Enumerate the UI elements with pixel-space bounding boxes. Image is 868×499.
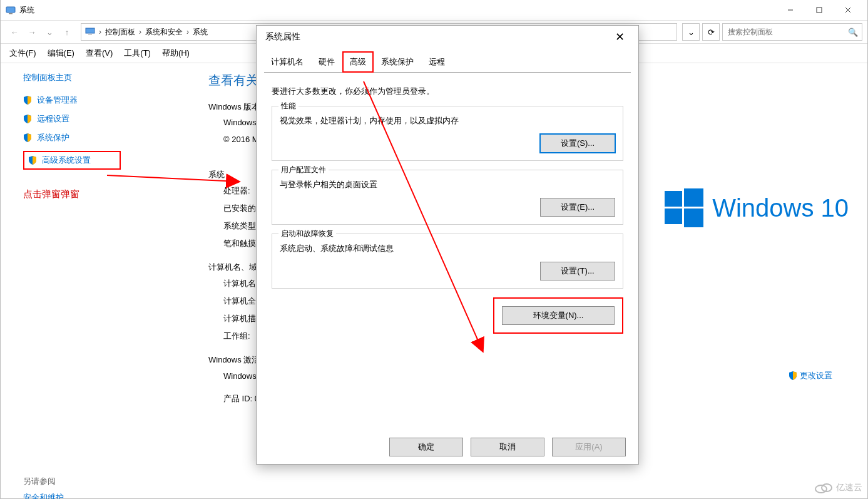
startup-recovery-group: 启动和故障恢复 系统启动、系统故障和调试信息 设置(T)... xyxy=(272,234,623,289)
sidebar-system-protection[interactable]: 系统保护 xyxy=(23,132,186,143)
recent-dropdown[interactable]: ⌄ xyxy=(41,23,58,41)
system-icon xyxy=(6,5,16,15)
apply-button[interactable]: 应用(A) xyxy=(552,438,626,456)
env-var-highlight: 环境变量(N)... xyxy=(493,297,623,334)
breadcrumb-item[interactable]: 控制面板 xyxy=(105,27,135,38)
windows-logo-icon xyxy=(665,188,703,227)
chevron-right-icon: › xyxy=(139,28,141,36)
svg-rect-0 xyxy=(6,7,15,13)
change-settings-link[interactable]: 更改设置 xyxy=(789,370,849,381)
minimize-button[interactable] xyxy=(776,0,805,20)
shield-icon xyxy=(23,133,32,142)
sidebar-advanced-settings[interactable]: 高级系统设置 xyxy=(23,151,121,170)
tab-system-protection[interactable]: 系统保护 xyxy=(374,52,421,72)
shield-icon xyxy=(28,156,37,165)
search-box[interactable]: 🔍 xyxy=(722,23,862,41)
sidebar-item-label: 高级系统设置 xyxy=(42,155,91,166)
pc-icon xyxy=(85,28,95,37)
shield-icon xyxy=(789,371,797,380)
sidebar-item-label: 系统保护 xyxy=(37,132,69,143)
refresh-button[interactable]: ⟳ xyxy=(702,23,720,41)
dialog-title: 系统属性 xyxy=(265,31,300,43)
tab-remote[interactable]: 远程 xyxy=(422,52,452,72)
watermark: 亿速云 xyxy=(815,482,862,493)
windows-logo: Windows 10 xyxy=(665,188,849,227)
ok-button[interactable]: 确定 xyxy=(389,438,463,456)
menu-help[interactable]: 帮助(H) xyxy=(162,48,190,59)
annotation-click-popup: 点击弹窗弹窗 xyxy=(23,188,186,200)
menu-edit[interactable]: 编辑(E) xyxy=(48,48,74,59)
shield-icon xyxy=(23,115,32,123)
menu-view[interactable]: 查看(V) xyxy=(86,48,113,59)
dialog-tabs: 计算机名 硬件 高级 系统保护 远程 xyxy=(257,52,638,72)
cancel-button[interactable]: 取消 xyxy=(471,438,544,456)
sidebar-remote-settings[interactable]: 远程设置 xyxy=(23,113,186,125)
titlebar: 系统 xyxy=(1,0,867,21)
close-button[interactable] xyxy=(834,0,862,20)
dialog-titlebar: 系统属性 ✕ xyxy=(257,26,638,48)
address-dropdown[interactable]: ⌄ xyxy=(682,23,700,41)
profile-settings-button[interactable]: 设置(E)... xyxy=(540,198,615,217)
breadcrumb-item[interactable]: 系统 xyxy=(193,27,208,38)
tab-hardware[interactable]: 硬件 xyxy=(312,52,342,72)
profile-legend: 用户配置文件 xyxy=(278,165,329,175)
system-properties-dialog: 系统属性 ✕ 计算机名 硬件 高级 系统保护 远程 要进行大多数更改，你必须作为… xyxy=(256,25,639,465)
control-panel-home[interactable]: 控制面板主页 xyxy=(23,72,186,83)
svg-rect-1 xyxy=(9,13,13,14)
tab-computer-name[interactable]: 计算机名 xyxy=(264,52,310,72)
svg-rect-6 xyxy=(86,28,94,33)
search-input[interactable] xyxy=(727,27,848,37)
svg-rect-7 xyxy=(88,34,92,34)
sidebar: 控制面板主页 设备管理器 远程设置 系统保护 高级系统设置 点击弹窗弹窗 另请参… xyxy=(1,63,193,499)
sidebar-device-manager[interactable]: 设备管理器 xyxy=(23,95,186,106)
menu-tools[interactable]: 工具(T) xyxy=(124,48,151,59)
dialog-close-button[interactable]: ✕ xyxy=(610,27,630,47)
windows-logo-text: Windows 10 xyxy=(712,194,849,222)
back-button[interactable]: ← xyxy=(6,23,23,41)
forward-button[interactable]: → xyxy=(23,23,41,41)
performance-group: 性能 视觉效果，处理器计划，内存使用，以及虚拟内存 设置(S)... xyxy=(272,106,623,161)
tab-advanced[interactable]: 高级 xyxy=(343,52,373,72)
perf-settings-button[interactable]: 设置(S)... xyxy=(540,134,615,153)
see-also-link[interactable]: 安全和维护 xyxy=(23,492,186,499)
sidebar-item-label: 远程设置 xyxy=(37,113,69,125)
svg-rect-8 xyxy=(665,191,682,207)
dialog-body: 要进行大多数更改，你必须作为管理员登录。 性能 视觉效果，处理器计划，内存使用，… xyxy=(257,72,638,344)
shield-icon xyxy=(23,96,32,105)
breadcrumb-item[interactable]: 系统和安全 xyxy=(145,27,183,38)
svg-rect-11 xyxy=(684,208,703,227)
chevron-right-icon: › xyxy=(99,28,101,36)
up-button[interactable]: ↑ xyxy=(58,23,76,41)
startup-settings-button[interactable]: 设置(T)... xyxy=(540,262,615,280)
menu-file[interactable]: 文件(F) xyxy=(9,48,36,59)
perf-legend: 性能 xyxy=(278,101,299,111)
window-title: 系统 xyxy=(19,5,34,16)
see-also-section: 另请参阅 安全和维护 xyxy=(23,476,186,499)
maximize-button[interactable] xyxy=(805,0,834,20)
search-icon: 🔍 xyxy=(848,28,858,37)
svg-rect-9 xyxy=(684,188,703,207)
startup-legend: 启动和故障恢复 xyxy=(278,229,336,239)
svg-rect-3 xyxy=(817,8,822,13)
perf-desc: 视觉效果，处理器计划，内存使用，以及虚拟内存 xyxy=(280,115,615,126)
env-variables-button[interactable]: 环境变量(N)... xyxy=(502,306,615,325)
dialog-intro: 要进行大多数更改，你必须作为管理员登录。 xyxy=(272,86,623,97)
sidebar-item-label: 设备管理器 xyxy=(37,95,78,106)
startup-desc: 系统启动、系统故障和调试信息 xyxy=(280,243,615,254)
chevron-right-icon: › xyxy=(186,28,189,36)
see-also-header: 另请参阅 xyxy=(23,476,186,487)
user-profiles-group: 用户配置文件 与登录帐户相关的桌面设置 设置(E)... xyxy=(272,170,623,225)
svg-rect-10 xyxy=(665,208,682,224)
dialog-footer: 确定 取消 应用(A) xyxy=(389,438,626,456)
profile-desc: 与登录帐户相关的桌面设置 xyxy=(280,179,615,190)
